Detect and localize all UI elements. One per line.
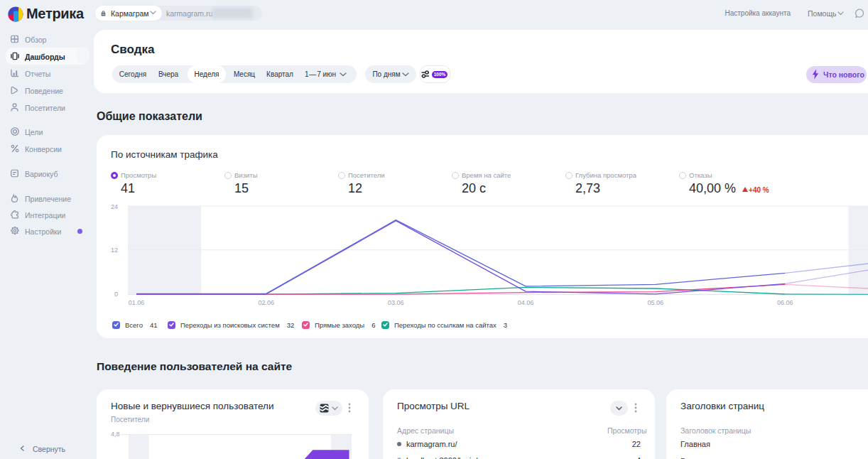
svg-text:01.06: 01.06: [129, 299, 145, 306]
svg-text:05.06: 05.06: [647, 299, 663, 306]
svg-text:03.06: 03.06: [388, 299, 404, 306]
svg-text:04.06: 04.06: [518, 299, 534, 306]
svg-text:06.06: 06.06: [777, 299, 793, 306]
svg-text:24: 24: [111, 203, 118, 210]
svg-text:12: 12: [111, 247, 118, 254]
svg-text:02.06: 02.06: [258, 299, 274, 306]
svg-text:0: 0: [114, 291, 118, 298]
